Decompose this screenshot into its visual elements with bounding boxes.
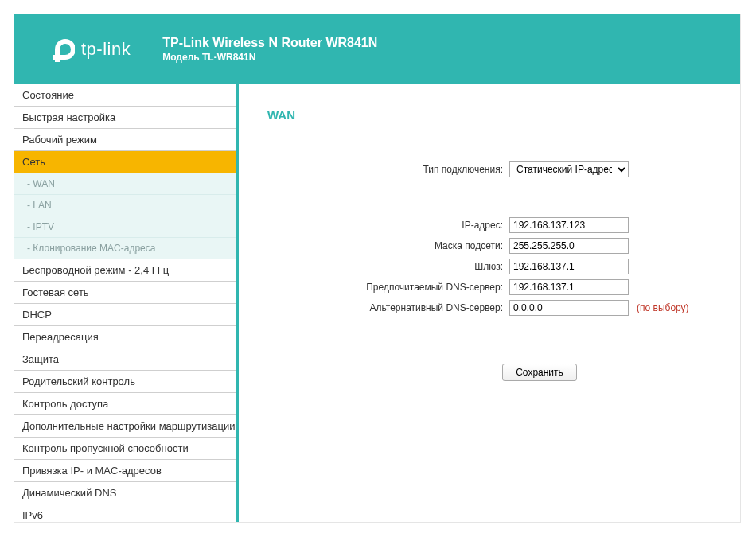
sidebar-item-dhcp[interactable]: DHCP bbox=[14, 304, 236, 326]
sidebar-item-ddns[interactable]: Динамический DNS bbox=[14, 482, 236, 504]
label-ip-address: IP-адрес: bbox=[263, 220, 509, 231]
tplink-logo-icon bbox=[46, 35, 75, 64]
select-connection-type[interactable]: Статический IP-адрес bbox=[509, 161, 629, 177]
header: tp-link TP-Link Wireless N Router WR841N… bbox=[14, 14, 740, 84]
sidebar-item-routing[interactable]: Дополнительные настройки маршрутизации bbox=[14, 415, 236, 438]
sidebar-item-security[interactable]: Защита bbox=[14, 348, 236, 371]
sidebar-subitem-mac-clone[interactable]: - Клонирование MAC-адреса bbox=[14, 238, 236, 259]
input-preferred-dns[interactable] bbox=[509, 279, 629, 295]
sidebar-item-guest-network[interactable]: Гостевая сеть bbox=[14, 282, 236, 304]
label-subnet-mask: Маска подсети: bbox=[263, 240, 509, 251]
sidebar-submenu-network: - WAN - LAN - IPTV - Клонирование MAC-ад… bbox=[14, 173, 236, 259]
main-content: WAN Тип подключения: Статический IP-адре… bbox=[239, 84, 740, 522]
input-ip-address[interactable] bbox=[509, 217, 629, 233]
hint-alt-dns: (по выбору) bbox=[637, 302, 689, 313]
label-gateway: Шлюз: bbox=[263, 261, 509, 272]
sidebar-item-quick-setup[interactable]: Быстрая настройка bbox=[14, 107, 236, 129]
input-gateway[interactable] bbox=[509, 259, 629, 274]
label-preferred-dns: Предпочитаемый DNS-сервер: bbox=[263, 282, 509, 293]
brand-logo: tp-link bbox=[46, 35, 131, 64]
sidebar-subitem-iptv[interactable]: - IPTV bbox=[14, 216, 236, 238]
product-subtitle: Модель TL-WR841N bbox=[162, 52, 377, 63]
sidebar-subitem-wan[interactable]: - WAN bbox=[14, 173, 236, 195]
input-alt-dns[interactable] bbox=[509, 300, 629, 316]
sidebar-item-parental[interactable]: Родительский контроль bbox=[14, 371, 236, 393]
sidebar-item-network[interactable]: Сеть bbox=[14, 151, 236, 173]
page-title: WAN bbox=[267, 108, 721, 122]
sidebar-subitem-lan[interactable]: - LAN bbox=[14, 195, 236, 216]
sidebar-item-forwarding[interactable]: Переадресация bbox=[14, 326, 236, 348]
sidebar-item-ip-mac-binding[interactable]: Привязка IP- и MAC-адресов bbox=[14, 460, 236, 482]
sidebar-item-status[interactable]: Состояние bbox=[14, 84, 236, 107]
save-button[interactable]: Сохранить bbox=[502, 364, 577, 381]
sidebar-item-ipv6[interactable]: IPv6 bbox=[14, 504, 236, 522]
brand-name: tp-link bbox=[81, 39, 131, 60]
input-subnet-mask[interactable] bbox=[509, 238, 629, 254]
sidebar: Состояние Быстрая настройка Рабочий режи… bbox=[14, 84, 239, 522]
label-connection-type: Тип подключения: bbox=[263, 164, 509, 175]
sidebar-item-operation-mode[interactable]: Рабочий режим bbox=[14, 129, 236, 151]
label-alt-dns: Альтернативный DNS-сервер: bbox=[263, 302, 509, 313]
sidebar-item-wireless-24[interactable]: Беспроводной режим - 2,4 ГГц bbox=[14, 259, 236, 282]
sidebar-item-access-control[interactable]: Контроль доступа bbox=[14, 393, 236, 415]
header-titles: TP-Link Wireless N Router WR841N Модель … bbox=[162, 36, 377, 63]
sidebar-item-bandwidth[interactable]: Контроль пропускной способности bbox=[14, 438, 236, 460]
product-title: TP-Link Wireless N Router WR841N bbox=[162, 36, 377, 50]
